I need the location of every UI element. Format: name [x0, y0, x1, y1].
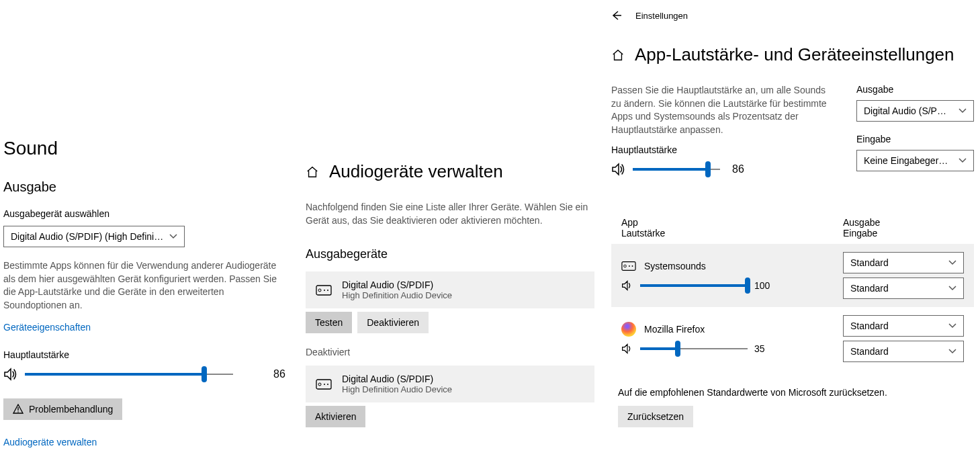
slider-thumb[interactable]: [202, 366, 207, 382]
firefox-icon: [621, 322, 636, 337]
chevron-down-icon: [948, 284, 956, 292]
app-name: Systemsounds: [644, 261, 706, 271]
volume-icon[interactable]: [621, 343, 633, 355]
device-card-inactive[interactable]: Digital Audio (S/PDIF) High Definition A…: [306, 366, 594, 402]
device-properties-link[interactable]: Geräteeigenschaften: [3, 322, 292, 333]
manage-devices-panel: Audiogeräte verwalten Nachfolgend finden…: [306, 161, 594, 441]
app-input-dropdown[interactable]: Standard: [843, 277, 964, 299]
app-volume-value: 35: [754, 343, 765, 354]
activate-button[interactable]: Aktivieren: [306, 406, 365, 427]
app-row-firefox: Mozilla Firefox 35 Standard Standard: [611, 307, 974, 370]
page-title: Audiogeräte verwalten: [329, 161, 503, 182]
app-list-header: App Lautstärke Ausgabe Eingabe: [611, 217, 974, 239]
output-label: Ausgabe: [856, 84, 974, 95]
app-input-dropdown[interactable]: Standard: [843, 341, 964, 362]
slider-thumb[interactable]: [745, 277, 750, 294]
device-description: High Definition Audio Device: [342, 290, 452, 300]
app-volume-slider[interactable]: [640, 342, 748, 355]
manage-devices-link[interactable]: Audiogeräte verwalten: [3, 437, 292, 447]
input-label: Eingabe: [856, 134, 974, 144]
master-volume-slider[interactable]: [25, 368, 233, 381]
master-volume-label: Hauptlautstärke: [3, 349, 292, 360]
audio-device-icon: [316, 378, 332, 390]
home-icon[interactable]: [306, 165, 319, 179]
input-device-dropdown[interactable]: Keine Eingabegerät...: [856, 150, 974, 171]
chevron-down-icon: [948, 322, 956, 330]
device-name: Digital Audio (S/PDIF): [342, 374, 452, 384]
output-help-text: Bestimmte Apps können für die Verwendung…: [3, 259, 289, 312]
settings-label: Einstellungen: [635, 11, 688, 21]
warning-icon: [13, 404, 24, 415]
app-output-dropdown[interactable]: Standard: [843, 315, 964, 337]
reset-button[interactable]: Zurücksetzen: [618, 406, 693, 427]
deactivated-heading: Deaktiviert: [306, 347, 594, 357]
system-sounds-icon: [621, 259, 636, 273]
page-title: Sound: [3, 138, 292, 159]
master-volume-label: Hauptlautstärke: [611, 144, 836, 155]
test-button[interactable]: Testen: [306, 312, 352, 333]
chevron-down-icon: [948, 347, 956, 355]
troubleshoot-button[interactable]: Problembehandlung: [3, 398, 122, 420]
device-card-active[interactable]: Digital Audio (S/PDIF) High Definition A…: [306, 271, 594, 308]
chevron-down-icon: [959, 157, 967, 165]
home-icon[interactable]: [611, 48, 625, 62]
back-icon[interactable]: [611, 10, 622, 21]
sound-panel: Sound Ausgabe Ausgabegerät auswählen Dig…: [3, 138, 292, 464]
slider-thumb[interactable]: [675, 341, 680, 357]
slider-fill: [25, 373, 204, 376]
app-volume-help-text: Passen Sie die Hauptlautstärke an, um al…: [611, 84, 836, 136]
app-volume-panel: Einstellungen App-Lautstärke- und Geräte…: [611, 10, 974, 427]
app-volume-value: 100: [754, 280, 770, 291]
master-volume-value: 86: [732, 163, 744, 175]
chevron-down-icon: [959, 107, 967, 115]
audio-device-icon: [316, 284, 332, 296]
app-output-dropdown[interactable]: Standard: [843, 252, 964, 273]
slider-thumb[interactable]: [705, 161, 711, 177]
app-volume-slider[interactable]: [640, 279, 748, 292]
output-device-dropdown[interactable]: Digital Audio (S/PDIF) (High Definiti...: [3, 226, 185, 247]
output-device-label: Ausgabegerät auswählen: [3, 208, 292, 219]
chevron-down-icon: [169, 232, 177, 241]
deactivate-button[interactable]: Deaktivieren: [357, 312, 429, 333]
device-name: Digital Audio (S/PDIF): [342, 280, 452, 290]
output-device-value: Digital Audio (S/PDIF) (High Definiti...: [11, 231, 164, 242]
app-row-systemsounds: Systemsounds 100 Standard Standard: [611, 244, 974, 307]
reset-description: Auf die empfohlenen Standardwerte von Mi…: [618, 387, 974, 398]
volume-icon[interactable]: [611, 162, 626, 177]
master-volume-value: 86: [273, 368, 285, 380]
output-section-heading: Ausgabe: [3, 179, 292, 195]
output-devices-heading: Ausgabegeräte: [306, 247, 594, 261]
volume-icon[interactable]: [3, 367, 18, 382]
device-description: High Definition Audio Device: [342, 384, 452, 394]
chevron-down-icon: [948, 259, 956, 267]
app-name: Mozilla Firefox: [644, 324, 705, 335]
manage-help-text: Nachfolgend finden Sie eine Liste aller …: [306, 201, 591, 227]
output-device-dropdown[interactable]: Digital Audio (S/PDI...: [856, 100, 974, 122]
volume-icon[interactable]: [621, 280, 633, 292]
master-volume-slider[interactable]: [633, 163, 720, 176]
page-title: App-Lautstärke- und Geräteeinstellungen: [635, 44, 954, 65]
